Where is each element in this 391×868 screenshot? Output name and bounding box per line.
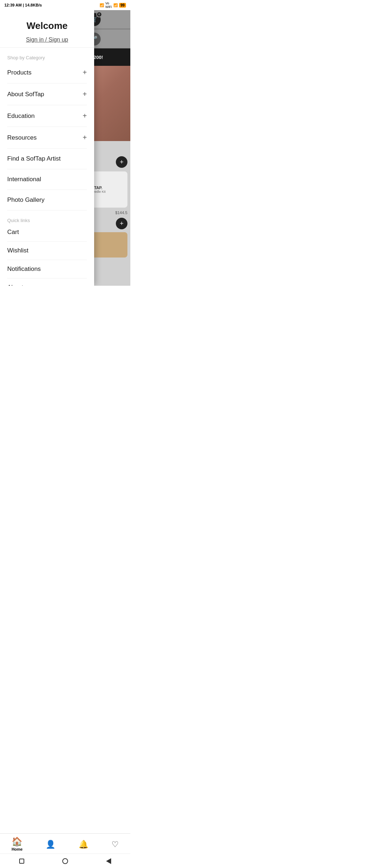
products-expand-icon: +: [83, 68, 87, 77]
status-bar: 12:39 AM | 14.8KB/s 📶 VoWiFi 📶 99: [0, 0, 130, 10]
find-artist-label: Find a SofTap Artist: [7, 155, 60, 162]
status-time: 12:39 AM | 14.8KB/s: [4, 3, 42, 7]
menu-item-about-softap[interactable]: About SofTap +: [7, 84, 87, 105]
photo-gallery-label: Photo Gallery: [7, 196, 45, 203]
menu-item-products[interactable]: Products +: [7, 62, 87, 84]
welcome-title: Welcome: [7, 20, 87, 31]
battery-level: 99: [119, 3, 126, 8]
about-expand-icon: +: [83, 90, 87, 98]
page-wrapper: 🛒 0 🎤 er $200! ducts +: [0, 10, 130, 286]
menu-item-education[interactable]: Education +: [7, 105, 87, 127]
menu-item-find-artist[interactable]: Find a SofTap Artist: [7, 149, 87, 169]
about-us-label: About us: [7, 284, 31, 286]
shop-by-category-label: Shop by Category: [7, 55, 87, 60]
menu-item-products-label: Products: [7, 69, 31, 76]
quick-link-about-us[interactable]: About us: [7, 278, 87, 286]
quick-links-label: Quick links: [7, 218, 87, 223]
category-section: Shop by Category Products + About SofTap…: [0, 48, 94, 210]
add-product-button[interactable]: +: [116, 156, 127, 168]
sidebar-header: Welcome Sign in / Sign up: [0, 10, 94, 48]
cart-badge: 0: [96, 12, 102, 17]
menu-item-resources[interactable]: Resources +: [7, 127, 87, 149]
signal-icon: 📶: [100, 3, 104, 7]
quick-link-wishlist[interactable]: Wishlist: [7, 242, 87, 260]
quick-link-notifications[interactable]: Notifications: [7, 260, 87, 278]
quick-link-cart[interactable]: Cart: [7, 223, 87, 242]
notifications-label: Notifications: [7, 265, 41, 272]
menu-item-education-label: Education: [7, 112, 35, 120]
cart-label: Cart: [7, 229, 19, 235]
menu-item-resources-label: Resources: [7, 134, 37, 141]
wifi-icon: 📶: [113, 3, 118, 7]
signin-link[interactable]: Sign in / Sign up: [7, 37, 87, 43]
menu-item-international[interactable]: International: [7, 169, 87, 190]
add-product-button-2[interactable]: +: [116, 218, 127, 229]
resources-expand-icon: +: [83, 133, 87, 142]
menu-item-photo-gallery[interactable]: Photo Gallery: [7, 190, 87, 210]
menu-item-about-label: About SofTap: [7, 91, 44, 98]
sidebar-drawer: Welcome Sign in / Sign up Shop by Catego…: [0, 10, 94, 286]
wishlist-label: Wishlist: [7, 247, 29, 254]
international-label: International: [7, 176, 41, 183]
vo-wifi-label: VoWiFi: [105, 1, 112, 9]
education-expand-icon: +: [83, 112, 87, 120]
quick-links-section: Quick links Cart Wishlist Notifications …: [0, 210, 94, 286]
status-right: 📶 VoWiFi 📶 99: [100, 1, 126, 9]
